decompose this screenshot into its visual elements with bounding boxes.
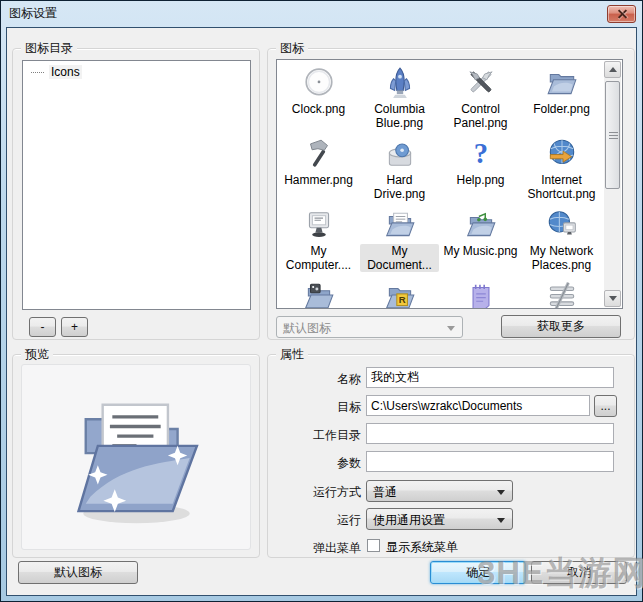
hammer-icon (301, 136, 337, 172)
icon-grid-item[interactable]: Columbia Blue.png (359, 62, 440, 133)
titlebar[interactable]: 图标设置 (1, 1, 642, 26)
preview-folder-icon (59, 383, 214, 531)
window-title: 图标设置 (9, 5, 57, 22)
tree-item-icons[interactable]: Icons (23, 61, 250, 82)
ok-button[interactable]: 确定 (430, 561, 526, 584)
icon-grid-item[interactable]: Control Panel.png (440, 62, 521, 133)
run-field-label: 运行 (268, 512, 361, 529)
globe-arrow-icon (544, 136, 580, 172)
close-button[interactable] (607, 5, 636, 23)
clock-icon (301, 65, 337, 101)
dialog-content: 图标目录 Icons - + 预览 (6, 27, 637, 596)
name-input[interactable] (366, 367, 614, 388)
chevron-down-icon (447, 326, 455, 331)
chevron-down-icon (497, 490, 505, 495)
help-icon: ? (463, 136, 499, 172)
scrollbar-track[interactable] (604, 78, 621, 290)
properties-group: 属性 名称 目标 ... 工作目录 参数 运行方式 普通 (267, 354, 635, 558)
icon-grid-item[interactable]: Internet Shortcut.png (521, 133, 602, 204)
grip-icon (609, 132, 618, 139)
scrollbar-thumb[interactable] (605, 81, 620, 189)
close-icon (617, 10, 626, 19)
run-mode-combobox[interactable]: 普通 (366, 480, 513, 502)
rocket-icon (382, 65, 418, 101)
browse-button[interactable]: ... (594, 395, 617, 417)
icon-grid-item-label: Control Panel.png (441, 102, 520, 130)
name-field-label: 名称 (268, 371, 361, 388)
folder-doc-icon (382, 207, 418, 243)
remove-directory-button[interactable]: - (29, 317, 56, 337)
default-icon-button[interactable]: 默认图标 (18, 561, 138, 584)
icon-set-combobox: 默认图标 (276, 316, 463, 338)
add-directory-button[interactable]: + (61, 317, 88, 337)
show-system-menu-checkbox[interactable] (367, 539, 380, 552)
tree-item-label: Icons (49, 65, 82, 79)
icon-list-scrollbar[interactable] (604, 61, 621, 307)
working-dir-input[interactable] (366, 423, 614, 444)
parameters-input[interactable] (366, 451, 614, 472)
scroll-down-button[interactable] (604, 290, 621, 307)
run-combobox[interactable]: 使用通用设置 (366, 508, 513, 530)
icon-directory-group: 图标目录 Icons - + (12, 48, 260, 340)
name-field-row: 名称 (268, 367, 634, 389)
svg-text:?: ? (473, 137, 487, 169)
icon-grid-item[interactable]: ?Help.png (440, 133, 521, 204)
preview-group: 预览 (12, 354, 260, 558)
preview-group-label: 预览 (21, 346, 53, 363)
icon-grid-item[interactable]: Clock.png (278, 62, 359, 133)
sliders-icon (544, 278, 580, 309)
svg-text:R: R (398, 294, 405, 305)
arrow-up-icon (609, 67, 617, 72)
icon-grid-item-label: My Document... (360, 244, 439, 272)
icon-grid-item-label: Hammer.png (282, 173, 355, 187)
working-dir-field-label: 工作目录 (268, 427, 361, 444)
icon-set-combobox-value: 默认图标 (283, 321, 331, 335)
icons-group-label: 图标 (276, 40, 308, 57)
notepad-icon (463, 278, 499, 309)
properties-group-label: 属性 (276, 346, 308, 363)
icon-grid: Clock.pngColumbia Blue.pngControl Panel.… (278, 62, 603, 308)
icon-grid-item[interactable] (440, 275, 521, 309)
icon-grid-item[interactable]: My Network Places.png (521, 204, 602, 275)
parameters-field-label: 参数 (268, 455, 361, 472)
folder-pictures-icon (301, 278, 337, 309)
chevron-down-icon (497, 518, 505, 523)
target-field-label: 目标 (268, 399, 361, 416)
folder-music-icon (463, 207, 499, 243)
icon-grid-item-label: Internet Shortcut.png (522, 173, 601, 201)
icon-directory-tree[interactable]: Icons (22, 60, 251, 310)
icon-grid-item-label: My Computer.... (279, 244, 358, 272)
icon-directory-group-label: 图标目录 (21, 40, 77, 57)
icon-grid-item-label: Folder.png (531, 102, 592, 116)
icon-grid-item[interactable]: My Document... (359, 204, 440, 275)
scroll-up-button[interactable] (604, 61, 621, 78)
popup-menu-field-row: 弹出菜单 显示系统菜单 (268, 536, 634, 558)
harddrive-icon (382, 136, 418, 172)
icon-grid-item[interactable] (521, 275, 602, 309)
working-dir-field-row: 工作目录 (268, 423, 634, 445)
run-field-row: 运行 使用通用设置 (268, 508, 634, 530)
icon-grid-item-label: My Music.png (441, 244, 519, 258)
icon-grid-item[interactable]: R (359, 275, 440, 309)
dialog-window: 图标设置 图标目录 Icons - + 预览 (0, 0, 643, 602)
cancel-button[interactable]: 取消 (531, 561, 627, 584)
arrow-down-icon (609, 296, 617, 301)
icon-grid-item[interactable] (278, 275, 359, 309)
target-input[interactable] (366, 395, 590, 416)
popup-menu-field-label: 弹出菜单 (268, 540, 361, 557)
parameters-field-row: 参数 (268, 451, 634, 473)
target-field-row: 目标 ... (268, 395, 634, 417)
folder-icon (544, 65, 580, 101)
icon-grid-item[interactable]: Hard Drive.png (359, 133, 440, 204)
run-mode-field-label: 运行方式 (268, 484, 361, 501)
get-more-button[interactable]: 获取更多 (501, 315, 621, 338)
icons-group: 图标 Clock.pngColumbia Blue.pngControl Pan… (267, 48, 635, 340)
icon-grid-item[interactable]: My Music.png (440, 204, 521, 275)
show-system-menu-label: 显示系统菜单 (386, 539, 458, 556)
icon-grid-item[interactable]: Hammer.png (278, 133, 359, 204)
icon-grid-item-label: Clock.png (290, 102, 347, 116)
folder-r-icon: R (382, 278, 418, 309)
icon-grid-item[interactable]: Folder.png (521, 62, 602, 133)
icon-grid-item[interactable]: My Computer.... (278, 204, 359, 275)
icon-grid-item-label: Columbia Blue.png (360, 102, 439, 130)
